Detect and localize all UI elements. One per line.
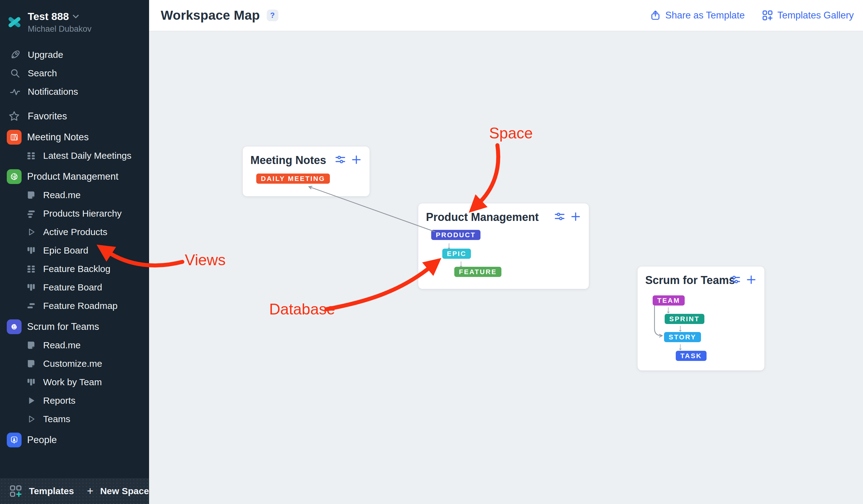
hierarchy-arrow-icon: ↓: [678, 323, 683, 333]
sidebar-section-label: Product Management: [27, 171, 118, 182]
sidebar-item-label: Latest Daily Meetings: [43, 151, 132, 161]
card-title: Meeting Notes: [250, 154, 326, 167]
sidebar-section-meeting-notes[interactable]: Meeting Notes: [0, 128, 149, 146]
sidebar-item-label: Active Products: [43, 227, 107, 237]
sidebar-item-label: Feature Backlog: [43, 264, 110, 274]
board-icon: [26, 283, 36, 292]
add-database-icon[interactable]: [351, 154, 362, 165]
templates-label: Templates: [29, 486, 74, 496]
database-badge-sprint[interactable]: SPRINT: [665, 314, 704, 324]
activity-icon: [10, 87, 20, 97]
play-outline-icon: [26, 414, 36, 424]
rocket-icon: [10, 50, 20, 60]
sidebar-item-label: Teams: [43, 414, 70, 424]
play-filled-icon: [26, 396, 36, 405]
card-title: Scrum for Teams: [645, 274, 735, 287]
sidebar-item-read-me-2[interactable]: Read.me: [0, 336, 149, 354]
templates-gallery-button[interactable]: Templates Gallery: [762, 10, 854, 21]
sidebar-item-active-products[interactable]: Active Products: [0, 223, 149, 241]
database-badge-task[interactable]: TASK: [676, 351, 706, 361]
sidebar-item-read-me[interactable]: Read.me: [0, 186, 149, 204]
sidebar-section-label: Scrum for Teams: [27, 321, 99, 332]
gallery-grid-icon: [762, 10, 773, 21]
page-title: Workspace Map: [161, 8, 260, 23]
sidebar-section-scrum-for-teams[interactable]: Scrum for Teams: [0, 318, 149, 336]
people-app-icon: [7, 432, 22, 448]
document-icon: [26, 359, 36, 368]
search-icon: [10, 68, 20, 78]
help-button[interactable]: ?: [267, 10, 278, 21]
sidebar-item-label: Upgrade: [28, 50, 63, 60]
sidebar-item-label: Epic Board: [43, 245, 88, 256]
sidebar-item-upgrade[interactable]: Upgrade: [0, 46, 149, 64]
sidebar-item-label: Reports: [43, 396, 75, 406]
sidebar-section-label: Meeting Notes: [27, 132, 89, 143]
sidebar-item-feature-board[interactable]: Feature Board: [0, 278, 149, 297]
sidebar-item-feature-roadmap[interactable]: Feature Roadmap: [0, 297, 149, 315]
sidebar-item-feature-backlog[interactable]: Feature Backlog: [0, 260, 149, 278]
board-icon: [26, 377, 36, 387]
sidebar-item-reports[interactable]: Reports: [0, 391, 149, 410]
hierarchy-arrow-icon: ↓: [678, 341, 683, 351]
sidebar-item-label: Feature Roadmap: [43, 301, 118, 311]
product-management-app-icon: [7, 169, 22, 184]
sidebar-item-notifications[interactable]: Notifications: [0, 82, 149, 101]
chevron-down-icon: [73, 14, 79, 19]
database-badge-product[interactable]: PRODUCT: [431, 230, 480, 240]
hierarchy-arrow-icon: ↓: [447, 241, 451, 250]
add-database-icon[interactable]: [746, 274, 756, 285]
sidebar-item-latest-daily-meetings[interactable]: Latest Daily Meetings: [0, 146, 149, 165]
new-space-label: New Space: [100, 486, 149, 496]
sidebar-item-customize-me[interactable]: Customize.me: [0, 354, 149, 373]
space-card-meeting-notes[interactable]: Meeting Notes DAILY MEETING: [243, 146, 370, 196]
play-outline-icon: [26, 228, 36, 237]
meeting-notes-app-icon: [7, 130, 22, 145]
board-icon: [26, 246, 36, 255]
new-space-button[interactable]: + New Space: [87, 484, 149, 497]
sidebar-item-work-by-team[interactable]: Work by Team: [0, 373, 149, 391]
sidebar-item-search[interactable]: Search: [0, 64, 149, 82]
sidebar-item-epic-board[interactable]: Epic Board: [0, 241, 149, 260]
sidebar-section-people[interactable]: People: [0, 431, 149, 449]
sidebar-item-label: Notifications: [28, 87, 78, 97]
sidebar-menu: Upgrade Search Notifications: [0, 46, 149, 101]
main-area: Workspace Map ? Share as Template: [149, 0, 863, 504]
sidebar-item-favorites[interactable]: Favorites: [0, 107, 149, 126]
settings-sliders-icon[interactable]: [335, 154, 346, 165]
database-badge-daily-meeting[interactable]: DAILY MEETING: [256, 173, 330, 184]
document-icon: [26, 340, 36, 350]
sidebar-section-product-management[interactable]: Product Management: [0, 167, 149, 186]
sidebar-item-label: Work by Team: [43, 377, 102, 387]
gallery-label: Templates Gallery: [777, 10, 854, 21]
templates-button[interactable]: Templates: [9, 484, 74, 497]
sidebar-footer: Templates + New Space: [0, 478, 149, 504]
settings-sliders-icon[interactable]: [554, 211, 565, 222]
add-database-icon[interactable]: [571, 211, 581, 222]
sidebar-item-products-hierarchy[interactable]: Products Hierarchy: [0, 204, 149, 223]
card-title: Product Management: [426, 211, 539, 224]
roadmap-icon: [26, 301, 36, 310]
annotation-views-label: Views: [185, 252, 225, 268]
workspace-name: Test 888: [28, 11, 69, 23]
annotation-space-label: Space: [489, 125, 533, 142]
share-as-template-button[interactable]: Share as Template: [650, 10, 745, 21]
sidebar-item-teams[interactable]: Teams: [0, 410, 149, 428]
space-card-scrum-for-teams[interactable]: Scrum for Teams TEAM SPRINT STORY TASK: [638, 267, 764, 371]
fibery-logo-icon: [7, 14, 22, 30]
sidebar-item-label: Products Hierarchy: [43, 208, 122, 219]
hierarchy-arrow-icon: ↓: [666, 305, 671, 314]
share-label: Share as Template: [665, 10, 745, 21]
scrum-app-icon: [7, 319, 22, 334]
workspace-map-canvas[interactable]: Meeting Notes DAILY MEETING Product Mana…: [149, 31, 863, 504]
sidebar-section-label: People: [27, 435, 57, 445]
settings-sliders-icon[interactable]: [730, 274, 740, 285]
plus-icon: +: [87, 484, 93, 497]
workspace-switcher[interactable]: Test 888 Michael Dubakov: [0, 0, 149, 34]
workspace-owner: Michael Dubakov: [28, 24, 91, 34]
hierarchy-icon: [26, 209, 36, 218]
sidebar-tree: Favorites Meeting Notes Latest Daily Mee…: [0, 107, 149, 449]
space-card-product-management[interactable]: Product Management PRODUCT EPIC FEATURE: [418, 203, 589, 289]
table-icon: [26, 151, 36, 160]
templates-grid-icon: [9, 484, 22, 497]
annotation-database-label: Database: [269, 301, 335, 318]
